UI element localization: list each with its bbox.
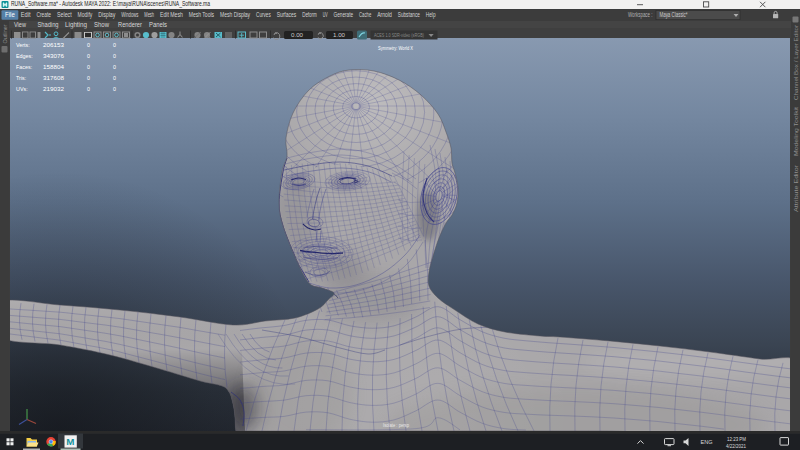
svg-text:343076: 343076 (43, 53, 64, 59)
svg-text:Substance: Substance (398, 11, 420, 18)
svg-text:Isolate : persp: Isolate : persp (383, 423, 409, 428)
svg-text:Deform: Deform (302, 11, 317, 18)
svg-text:UV: UV (323, 11, 328, 18)
svg-text:M: M (66, 436, 74, 447)
svg-text:Verts:: Verts: (16, 42, 30, 48)
svg-text:Channel Box / Layer Editor: Channel Box / Layer Editor (793, 25, 799, 100)
svg-text:12:23 PM: 12:23 PM (727, 436, 746, 442)
svg-text:ENG: ENG (701, 439, 713, 445)
svg-text:Help: Help (426, 11, 436, 19)
svg-text:Generate: Generate (334, 11, 354, 18)
svg-text:317608: 317608 (43, 75, 64, 81)
svg-text:0: 0 (87, 42, 90, 48)
svg-text:Cache: Cache (359, 11, 371, 18)
svg-text:Create: Create (36, 11, 51, 18)
svg-text:Lighting: Lighting (65, 21, 87, 29)
svg-text:0: 0 (87, 53, 90, 59)
svg-text:Mesh: Mesh (144, 11, 154, 18)
svg-text:Mesh Display: Mesh Display (220, 11, 251, 19)
svg-text:File: File (5, 11, 15, 18)
svg-text:158804: 158804 (43, 64, 64, 70)
svg-text:Shading: Shading (38, 21, 59, 29)
svg-text:0: 0 (113, 86, 116, 92)
svg-text:0: 0 (87, 64, 90, 70)
svg-text:0: 0 (113, 53, 116, 59)
svg-text:1.00: 1.00 (333, 32, 345, 38)
svg-text:Show: Show (94, 21, 109, 28)
svg-text:0: 0 (113, 64, 116, 70)
svg-text:Symmetry: World X: Symmetry: World X (378, 45, 414, 51)
svg-text:Maya Classic*: Maya Classic* (660, 11, 688, 19)
svg-text:Faces:: Faces: (16, 64, 32, 70)
svg-text:Arnold: Arnold (377, 11, 392, 18)
svg-text:219032: 219032 (43, 86, 64, 92)
svg-text:Tris:: Tris: (16, 75, 26, 81)
svg-text:Display: Display (98, 11, 116, 19)
svg-text:Renderer: Renderer (118, 21, 143, 28)
svg-text:0.00: 0.00 (291, 32, 303, 38)
svg-text:Outliner: Outliner (2, 24, 8, 43)
svg-text:View: View (14, 21, 26, 28)
svg-text:Edit Mesh: Edit Mesh (160, 11, 183, 18)
svg-text:Modify: Modify (78, 11, 93, 19)
svg-text:Mesh Tools: Mesh Tools (189, 11, 215, 18)
svg-text:0: 0 (87, 75, 90, 81)
svg-text:0: 0 (113, 42, 116, 48)
svg-text:Modeling Toolkit: Modeling Toolkit (793, 106, 799, 156)
svg-text:Workspace :: Workspace : (628, 11, 653, 19)
svg-text:RUNA_Software.ma* - Autodesk M: RUNA_Software.ma* - Autodesk MAYA 2022: … (11, 0, 210, 8)
svg-text:Curves: Curves (256, 11, 271, 18)
svg-text:0: 0 (87, 86, 90, 92)
svg-text:0: 0 (113, 75, 116, 81)
svg-text:ACES 1.0 SDR-video (sRGB): ACES 1.0 SDR-video (sRGB) (374, 32, 424, 38)
svg-text:Surfaces: Surfaces (277, 11, 297, 18)
svg-text:Attribute Editor: Attribute Editor (793, 165, 799, 212)
svg-text:UVs:: UVs: (16, 86, 28, 92)
svg-text:Edit: Edit (21, 11, 31, 18)
svg-text:4/22/2021: 4/22/2021 (726, 443, 746, 449)
svg-text:Edges:: Edges: (16, 53, 33, 59)
svg-text:Panels: Panels (149, 21, 168, 28)
svg-text:Select: Select (57, 11, 72, 18)
svg-text:Windows: Windows (121, 11, 139, 18)
svg-text:206153: 206153 (43, 42, 64, 48)
